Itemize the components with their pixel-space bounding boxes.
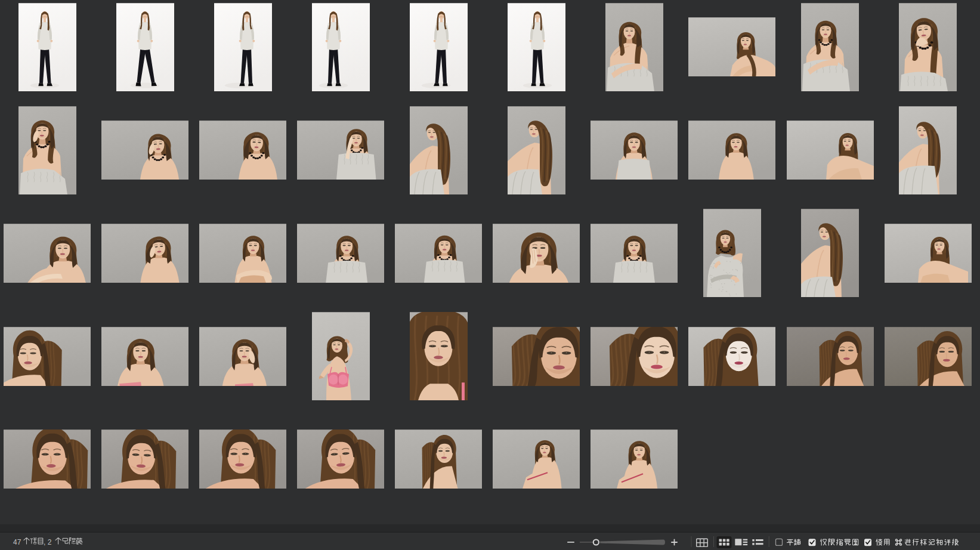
svg-text:, 2: , 2 <box>44 538 52 546</box>
svg-text:47: 47 <box>13 538 21 546</box>
